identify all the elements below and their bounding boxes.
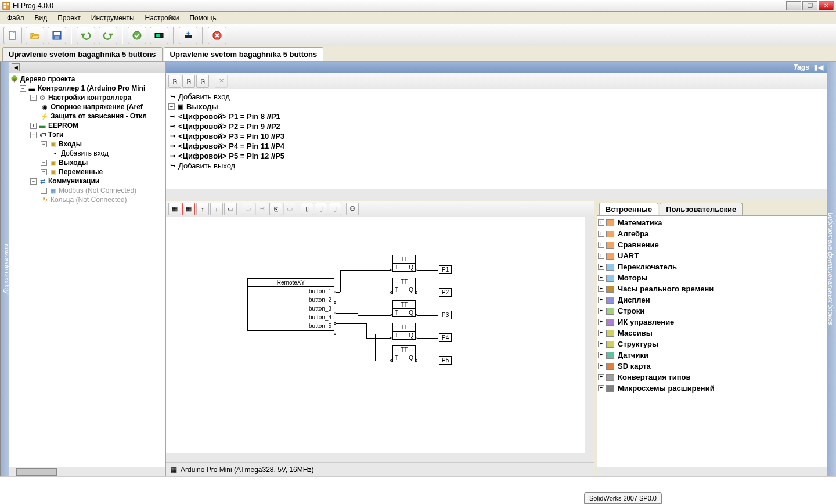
tree-expand-icon[interactable]: + [598,231,604,237]
io-out-2[interactable]: <Цифровой> P3 = Pin 10 //P3 [178,132,284,141]
tree-add-input[interactable]: Добавить вход [61,149,109,157]
lib-item[interactable]: +Алгебра [598,228,826,239]
open-file-button[interactable] [26,27,44,44]
tree-eeprom[interactable]: EEPROM [48,121,78,129]
tree-expand-icon[interactable]: + [598,330,604,336]
output-pin[interactable]: P2 [439,288,452,297]
lib-item[interactable]: +Датчики [598,350,826,361]
lib-item[interactable]: +Моторы [598,272,826,283]
lib-item[interactable]: +Математика [598,217,826,228]
canvas-btn-10[interactable]: ▯ [301,203,314,215]
io-list[interactable]: ↪Добавить вход −▣Выходы ⊸<Цифровой> P1 =… [166,89,827,189]
tree-expand-icon[interactable]: + [598,264,604,270]
move-up-button[interactable]: ↑ [196,203,209,215]
tree-controller[interactable]: Контроллер 1 (Arduino Pro Mini [38,84,145,92]
tree-expand-icon[interactable]: − [30,132,37,138]
tree-settings[interactable]: Настройки контроллера [48,93,131,102]
lib-item[interactable]: +Переключатель [598,261,826,272]
collapse-all-button[interactable]: ◀ [12,63,20,71]
tree-variables[interactable]: Переменные [59,168,103,176]
tree-hscrollbar[interactable] [9,467,165,476]
io-out-4[interactable]: <Цифровой> P5 = Pin 12 //P5 [178,152,284,160]
block-tt[interactable]: TTTQ [392,300,416,317]
block-tt[interactable]: TTTQ [392,323,416,340]
minimize-button[interactable]: — [786,1,801,10]
tree-inputs[interactable]: Входы [59,140,82,148]
canvas-btn-12[interactable]: ▯ [329,203,341,215]
save-button[interactable] [48,27,66,44]
tree-expand-icon[interactable]: + [598,242,604,248]
tree-expand-icon[interactable]: + [598,385,604,391]
tree-outputs[interactable]: Выходы [59,159,88,167]
stop-button[interactable] [208,27,226,44]
tree-expand-icon[interactable]: − [30,178,37,185]
taskbar-item-solidworks[interactable]: SolidWorks 2007 SP0.0 [584,492,662,504]
lib-tab-builtin[interactable]: Встроенные [599,203,658,215]
pin-icon[interactable]: ▮◀ [814,63,823,71]
block-tt[interactable]: TTTQ [392,345,416,362]
redo-button[interactable] [99,27,117,44]
copy-button[interactable]: ⎘ [269,203,282,215]
lib-item[interactable]: +UART [598,250,826,261]
tree-aref[interactable]: Опорное напряжение (Aref [51,103,143,111]
tree-expand-icon[interactable]: + [41,188,47,194]
lib-item[interactable]: +Часы реального времени [598,283,826,294]
lib-item[interactable]: +Структуры [598,339,826,350]
maximize-button[interactable]: ❐ [802,1,817,10]
tree-expand-icon[interactable]: + [598,319,604,325]
lib-item[interactable]: +Массивы [598,327,826,339]
io-out-0[interactable]: <Цифровой> P1 = Pin 8 //P1 [178,112,280,121]
menu-settings[interactable]: Настройки [140,13,184,23]
move-down-button[interactable]: ↓ [210,203,223,215]
tree-expand-icon[interactable]: + [598,308,604,314]
tree-expand-icon[interactable]: − [168,103,175,110]
tree-modbus[interactable]: Modbus (Not Connected) [59,186,136,195]
tree-expand-icon[interactable]: + [598,374,604,380]
left-sidebar-tab[interactable]: Дерево проекта [0,62,9,476]
compile-button[interactable] [150,27,168,44]
tree-expand-icon[interactable]: + [598,352,604,358]
output-pin[interactable]: P3 [439,311,452,319]
tree-expand-icon[interactable]: + [41,169,47,175]
canvas-btn-13[interactable]: ⚇ [346,203,359,215]
block-remotexy[interactable]: RemoteXY button_1 button_2 button_3 butt… [247,278,334,331]
lib-item[interactable]: +Микросхемы расширений [598,383,826,394]
tree-watchdog[interactable]: Защита от зависания - Откл [51,112,147,120]
doc-tab-0[interactable]: Upravlenie svetom bagaghnika 5 buttons [2,47,163,61]
tree-expand-icon[interactable]: − [30,95,37,101]
io-btn-1[interactable]: ⎘ [168,75,181,88]
tree-expand-icon[interactable]: − [20,85,26,92]
lib-item[interactable]: +Сравнение [598,239,826,250]
tree-comm[interactable]: Коммуникации [48,177,99,185]
canvas-btn-11[interactable]: ▯ [315,203,327,215]
menu-project[interactable]: Проект [53,13,85,23]
tree-root[interactable]: Дерево проекта [20,75,75,83]
undo-button[interactable] [77,27,95,44]
lib-item[interactable]: +Конвертация типов [598,372,826,383]
output-pin[interactable]: P4 [439,333,452,342]
tree-tags[interactable]: Тэги [48,131,63,139]
tree-expand-icon[interactable]: + [30,123,37,129]
tree-expand-icon[interactable]: + [598,286,604,292]
right-sidebar-tab[interactable]: Библиотека функциональных блоков [827,62,836,476]
upload-button[interactable] [179,27,197,44]
menu-file[interactable]: Файл [2,13,29,23]
menu-tools[interactable]: Инструменты [87,13,139,23]
io-out-1[interactable]: <Цифровой> P2 = Pin 9 //P2 [178,122,280,131]
io-add-output[interactable]: Добавить выход [178,161,235,170]
io-add-input[interactable]: Добавить вход [178,92,230,101]
block-tt[interactable]: TTTQ [392,278,416,294]
io-btn-2[interactable]: ⎘ [182,75,195,88]
io-outputs-label[interactable]: Выходы [186,102,218,111]
lib-item[interactable]: +ИК управление [598,316,826,327]
canvas-vscrollbar[interactable] [585,217,594,453]
tree-expand-icon[interactable]: + [598,275,604,281]
tree-expand-icon[interactable]: + [598,363,604,369]
tree-expand-icon[interactable]: + [598,219,604,226]
tree-expand-icon[interactable]: + [598,341,604,347]
block-tt[interactable]: TTTQ [392,255,416,272]
doc-tab-1[interactable]: Upravlenie svetom bagaghnika 5 buttons [164,47,324,61]
schematic-canvas[interactable]: RemoteXY button_1 button_2 button_3 butt… [166,217,585,453]
lib-item[interactable]: +Дисплеи [598,294,826,305]
tree-expand-icon[interactable]: − [41,141,47,147]
